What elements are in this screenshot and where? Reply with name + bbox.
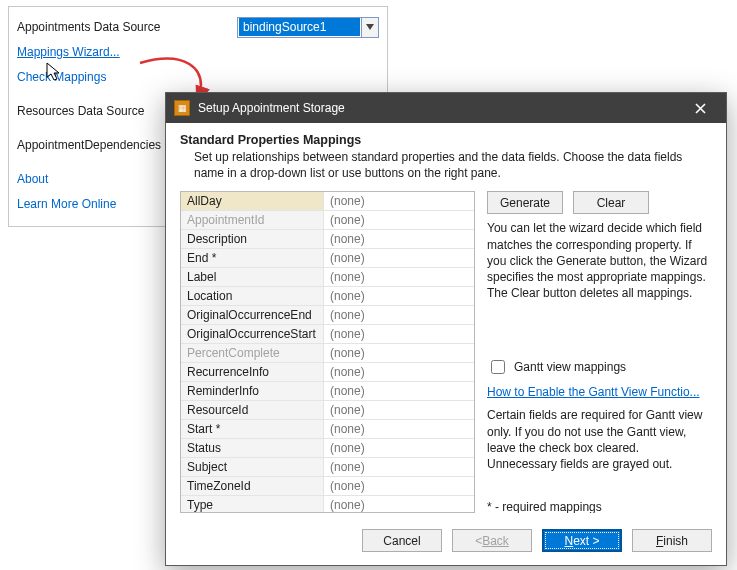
property-row[interactable]: Start *(none) (181, 420, 474, 439)
property-value[interactable]: (none) (324, 192, 474, 210)
back-button[interactable]: < Back (452, 529, 532, 552)
property-name: AppointmentId (181, 211, 324, 229)
wizard-heading: Standard Properties Mappings (180, 133, 712, 147)
property-name: Type (181, 496, 324, 513)
gantt-view-checkbox[interactable] (491, 360, 505, 374)
property-value[interactable]: (none) (324, 344, 474, 362)
property-value[interactable]: (none) (324, 249, 474, 267)
property-row[interactable]: Type(none) (181, 496, 474, 513)
mappings-wizard-link[interactable]: Mappings Wizard... (17, 45, 120, 59)
property-value[interactable]: (none) (324, 382, 474, 400)
property-name: ReminderInfo (181, 382, 324, 400)
property-name: Label (181, 268, 324, 286)
property-row[interactable]: Status(none) (181, 439, 474, 458)
property-row[interactable]: AllDay(none) (181, 192, 474, 211)
learn-more-link[interactable]: Learn More Online (17, 197, 116, 211)
property-name: OriginalOccurrenceStart (181, 325, 324, 343)
property-row[interactable]: ResourceId(none) (181, 401, 474, 420)
finish-button[interactable]: Finish (632, 529, 712, 552)
gantt-help-link[interactable]: How to Enable the Gantt View Functio... (487, 385, 712, 399)
property-name: Location (181, 287, 324, 305)
property-name: TimeZoneId (181, 477, 324, 495)
property-value[interactable]: (none) (324, 439, 474, 457)
property-row[interactable]: ReminderInfo(none) (181, 382, 474, 401)
wizard-titlebar[interactable]: ▦ Setup Appointment Storage (166, 93, 726, 123)
property-name: End * (181, 249, 324, 267)
property-row[interactable]: Label(none) (181, 268, 474, 287)
cancel-button[interactable]: Cancel (362, 529, 442, 552)
property-row[interactable]: Location(none) (181, 287, 474, 306)
property-value[interactable]: (none) (324, 363, 474, 381)
property-value[interactable]: (none) (324, 230, 474, 248)
gantt-description: Certain fields are required for Gantt vi… (487, 407, 712, 472)
property-name: AllDay (181, 192, 324, 210)
property-name: Start * (181, 420, 324, 438)
property-value[interactable]: (none) (324, 306, 474, 324)
clear-button[interactable]: Clear (573, 191, 649, 214)
property-row[interactable]: RecurrenceInfo(none) (181, 363, 474, 382)
property-name: Subject (181, 458, 324, 476)
property-value[interactable]: (none) (324, 325, 474, 343)
property-value[interactable]: (none) (324, 496, 474, 513)
wizard-subheading: Set up relationships between standard pr… (194, 149, 712, 181)
property-value[interactable]: (none) (324, 287, 474, 305)
property-name: Status (181, 439, 324, 457)
wizard-app-icon: ▦ (174, 100, 190, 116)
property-value[interactable]: (none) (324, 268, 474, 286)
property-value[interactable]: (none) (324, 477, 474, 495)
property-row[interactable]: End *(none) (181, 249, 474, 268)
appointments-datasource-label: Appointments Data Source (17, 20, 237, 34)
property-row[interactable]: OriginalOccurrenceEnd(none) (181, 306, 474, 325)
property-name: RecurrenceInfo (181, 363, 324, 381)
gantt-view-checkbox-label: Gantt view mappings (514, 360, 626, 374)
property-name: OriginalOccurrenceEnd (181, 306, 324, 324)
property-row[interactable]: Subject(none) (181, 458, 474, 477)
wizard-dialog: ▦ Setup Appointment Storage Standard Pro… (165, 92, 727, 566)
property-row[interactable]: PercentComplete(none) (181, 344, 474, 363)
property-row[interactable]: AppointmentId(none) (181, 211, 474, 230)
property-row[interactable]: OriginalOccurrenceStart(none) (181, 325, 474, 344)
next-button[interactable]: Next > (542, 529, 622, 552)
wizard-title: Setup Appointment Storage (198, 101, 345, 115)
generate-button[interactable]: Generate (487, 191, 563, 214)
generate-description: You can let the wizard decide which fiel… (487, 220, 712, 301)
dropdown-arrow-icon[interactable] (361, 18, 378, 37)
property-name: ResourceId (181, 401, 324, 419)
property-value[interactable]: (none) (324, 458, 474, 476)
required-mappings-note: * - required mappings (487, 500, 712, 513)
property-value[interactable]: (none) (324, 420, 474, 438)
about-link[interactable]: About (17, 172, 48, 186)
property-name: Description (181, 230, 324, 248)
appointments-datasource-value: bindingSource1 (239, 18, 360, 36)
property-name: PercentComplete (181, 344, 324, 362)
property-row[interactable]: Description(none) (181, 230, 474, 249)
property-value[interactable]: (none) (324, 211, 474, 229)
property-value[interactable]: (none) (324, 401, 474, 419)
wizard-button-bar: Cancel < Back Next > Finish (166, 515, 726, 565)
appointments-datasource-combo[interactable]: bindingSource1 (237, 17, 379, 38)
property-mappings-grid[interactable]: AllDay(none)AppointmentId(none)Descripti… (180, 191, 475, 513)
property-row[interactable]: TimeZoneId(none) (181, 477, 474, 496)
close-button[interactable] (680, 93, 720, 123)
check-mappings-link[interactable]: Check Mappings (17, 70, 106, 84)
